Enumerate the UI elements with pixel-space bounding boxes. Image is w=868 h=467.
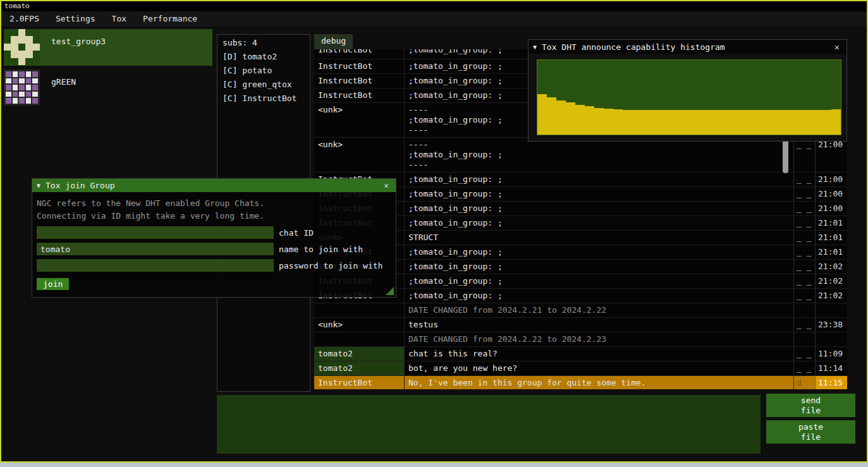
resize-grip-icon[interactable] bbox=[386, 287, 394, 295]
join-fields: chat IDname to join withpassword to join… bbox=[37, 226, 391, 272]
message-text: ;tomato_in_group: ; bbox=[404, 289, 793, 303]
chat-row[interactable]: InstructBotNo, I've been in this group f… bbox=[314, 376, 847, 389]
histogram-bar bbox=[594, 108, 604, 135]
message-flags: _ _ bbox=[793, 245, 815, 260]
message-flags: _ _ bbox=[793, 289, 815, 303]
message-input[interactable] bbox=[217, 395, 761, 454]
join-field-row: password to join with bbox=[37, 259, 391, 272]
join-button[interactable]: join bbox=[37, 278, 69, 290]
sender-name: InstructBot bbox=[314, 59, 404, 74]
sender-name bbox=[314, 303, 404, 318]
join-input-password-to-join-with[interactable] bbox=[37, 259, 274, 272]
histogram-bar bbox=[680, 110, 689, 135]
sender-name: <unk> bbox=[314, 138, 404, 173]
join-field-label: chat ID bbox=[279, 228, 314, 238]
message-time: 21:00 bbox=[815, 202, 847, 216]
join-info-line: NGC refers to the New DHT enabled Group … bbox=[37, 197, 391, 210]
sender-name: InstructBot bbox=[314, 376, 404, 389]
member-item-potato[interactable]: [C] potato bbox=[217, 64, 310, 78]
members-header: subs: 4 bbox=[217, 35, 310, 50]
group-avatar bbox=[4, 70, 40, 106]
message-time: 21:02 bbox=[815, 274, 847, 289]
histogram-bar bbox=[661, 110, 670, 135]
histogram-bar bbox=[784, 110, 793, 135]
histogram-bar bbox=[613, 109, 623, 135]
message-text: STRUCT bbox=[404, 231, 793, 245]
histogram-bar bbox=[793, 110, 803, 135]
join-info-line: Connecting via ID might take a very long… bbox=[37, 210, 391, 222]
chat-row[interactable]: <unk>---- ;tomato_in_group: ; ----_ _21:… bbox=[314, 138, 847, 173]
message-flags: d bbox=[793, 376, 815, 389]
join-input-name-to-join-with[interactable] bbox=[37, 243, 274, 255]
histogram-bar bbox=[765, 110, 774, 135]
histogram-bar bbox=[585, 106, 594, 135]
date-separator-row[interactable]: DATE CHANGED from 2024.2.22 to 2024.2.23 bbox=[314, 332, 847, 347]
join-group-body: NGC refers to the New DHT enabled Group … bbox=[32, 192, 396, 297]
menu-item-settings[interactable]: Settings bbox=[47, 11, 104, 27]
histogram-bar bbox=[718, 110, 727, 135]
message-text: No, I've been in this group for quite so… bbox=[404, 376, 793, 389]
message-flags: _ _ bbox=[793, 274, 815, 289]
message-time: 21:02 bbox=[815, 260, 847, 274]
send-file-button[interactable]: send file bbox=[766, 394, 855, 417]
histogram-bar bbox=[566, 102, 575, 135]
chat-row[interactable]: <unk>testus_ _23:38 bbox=[314, 318, 847, 332]
message-time: 21:01 bbox=[815, 216, 847, 231]
histogram-bar bbox=[803, 110, 812, 135]
message-time: 23:38 bbox=[815, 318, 847, 332]
message-flags: _ _ bbox=[793, 347, 815, 361]
histogram-body bbox=[529, 54, 847, 141]
join-field-row: name to join with bbox=[37, 243, 391, 255]
join-input-chat-id[interactable] bbox=[37, 226, 274, 239]
date-separator-row[interactable]: DATE CHANGED from 2024.2.21 to 2024.2.22 bbox=[314, 303, 847, 318]
histogram-bar bbox=[670, 110, 680, 135]
message-flags: _ _ bbox=[793, 138, 815, 173]
sender-name: tomato2 bbox=[314, 347, 404, 361]
member-item-green_qtox[interactable]: [C] green_qtox bbox=[217, 78, 310, 92]
desktop-edge bbox=[0, 463, 868, 467]
group-item-test_group3[interactable]: test_group3 bbox=[4, 29, 212, 66]
menu-item-tox[interactable]: Tox bbox=[104, 11, 135, 27]
histogram-titlebar: ▼ Tox DHT announce capability histogram … bbox=[529, 40, 847, 54]
sender-name: InstructBot bbox=[314, 49, 404, 59]
message-time: 21:00 bbox=[815, 187, 847, 202]
sender-name: InstructBot bbox=[314, 74, 404, 88]
join-group-titlebar: ▼ Tox join Group ✕ bbox=[32, 179, 396, 192]
message-flags bbox=[793, 332, 815, 347]
close-icon[interactable]: ✕ bbox=[832, 42, 842, 52]
collapse-icon[interactable]: ▼ bbox=[37, 182, 40, 189]
chat-row[interactable]: tomato2chat is this real?_ _11:09 bbox=[314, 347, 847, 361]
message-text: chat is this real? bbox=[404, 347, 793, 361]
paste-file-button[interactable]: paste file bbox=[766, 420, 855, 444]
collapse-icon[interactable]: ▼ bbox=[533, 44, 537, 51]
chat-row[interactable]: tomato2bot, are you new here?_ _11:14 bbox=[314, 361, 847, 376]
message-flags: _ _ bbox=[793, 173, 815, 187]
tab-debug[interactable]: debug bbox=[314, 34, 353, 49]
histogram-bar bbox=[746, 110, 755, 135]
message-text: DATE CHANGED from 2024.2.22 to 2024.2.23 bbox=[404, 332, 793, 347]
message-text: ;tomato_in_group: ; bbox=[404, 260, 793, 274]
histogram-bar bbox=[623, 110, 632, 135]
sender-name: tomato2 bbox=[314, 361, 404, 376]
sender-name: InstructBot bbox=[314, 88, 404, 103]
menu-item-performance[interactable]: Performance bbox=[135, 11, 205, 27]
message-text: testus bbox=[404, 318, 793, 332]
join-field-row: chat ID bbox=[37, 226, 391, 239]
group-item-gREEN[interactable]: gREEN bbox=[4, 70, 212, 106]
close-icon[interactable]: ✕ bbox=[381, 181, 391, 190]
message-flags: _ _ bbox=[793, 231, 815, 245]
histogram-plot[interactable] bbox=[537, 59, 841, 135]
titlebar: tomato bbox=[1, 1, 867, 11]
histogram-bar bbox=[537, 94, 547, 135]
message-text: bot, are you new here? bbox=[404, 361, 793, 376]
window-title: tomato bbox=[4, 2, 30, 10]
member-item-InstructBot[interactable]: [C] InstructBot bbox=[217, 92, 310, 106]
message-time: 21:01 bbox=[815, 245, 847, 260]
sender-name: <unk> bbox=[314, 318, 404, 332]
message-flags: _ _ bbox=[793, 216, 815, 231]
histogram-bar bbox=[642, 110, 651, 135]
message-flags bbox=[793, 303, 815, 318]
member-item-tomato2[interactable]: [D] tomato2 bbox=[217, 50, 310, 64]
group-name: test_group3 bbox=[40, 29, 106, 46]
chat-scrollbar-thumb[interactable] bbox=[783, 140, 788, 173]
